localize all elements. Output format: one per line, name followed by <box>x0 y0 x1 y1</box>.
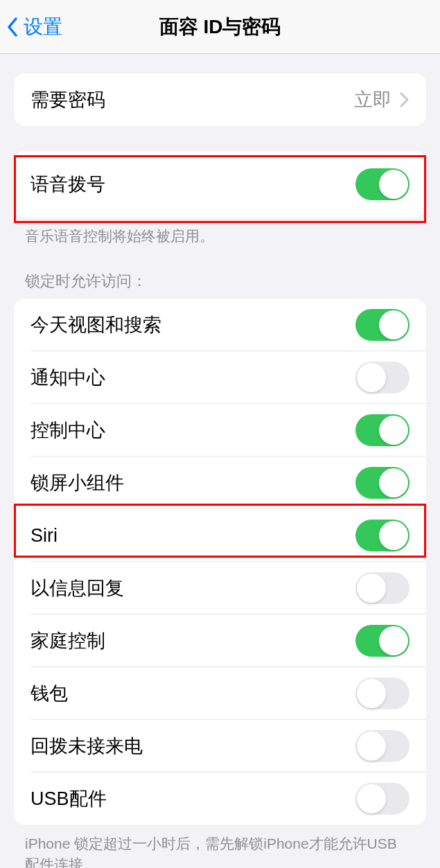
lock-access-item-toggle[interactable] <box>355 783 410 815</box>
lock-access-item-toggle[interactable] <box>355 362 410 393</box>
lock-access-row: Siri <box>14 509 426 562</box>
lock-access-item-toggle[interactable] <box>355 677 410 709</box>
voice-dial-row: 语音拨号 <box>14 151 426 218</box>
lock-access-item-toggle[interactable] <box>355 572 410 604</box>
lock-access-item-label: 锁屏小组件 <box>30 470 124 495</box>
lock-access-item-toggle[interactable] <box>355 520 410 551</box>
lock-access-item-label: Siri <box>30 525 58 547</box>
back-button[interactable]: 设置 <box>7 14 62 40</box>
lock-access-row: 今天视图和搜索 <box>14 299 426 351</box>
lock-access-item-label: 家庭控制 <box>30 628 105 653</box>
lock-access-item-label: USB配件 <box>30 786 107 811</box>
lock-access-item-label: 以信息回复 <box>30 576 124 601</box>
lock-access-row: USB配件 <box>14 772 426 825</box>
lock-access-row: 控制中心 <box>14 404 426 457</box>
back-label: 设置 <box>24 14 62 40</box>
lock-access-item-label: 今天视图和搜索 <box>30 312 161 337</box>
lock-access-row: 回拨未接来电 <box>14 720 426 772</box>
lock-access-item-toggle[interactable] <box>355 467 410 499</box>
require-passcode-label: 需要密码 <box>30 87 105 112</box>
lock-access-item-label: 控制中心 <box>30 418 105 443</box>
lock-access-header: 锁定时允许访问： <box>0 271 440 299</box>
lock-access-row: 通知中心 <box>14 351 426 404</box>
lock-access-item-toggle[interactable] <box>355 625 410 657</box>
lock-access-footer: iPhone 锁定超过一小时后，需先解锁iPhone才能允许USB 配件连接。 <box>0 825 440 868</box>
require-passcode-value: 立即 <box>354 87 391 112</box>
voice-dial-toggle[interactable] <box>355 168 410 200</box>
lock-access-item-toggle[interactable] <box>355 730 410 762</box>
voice-dial-footer: 音乐语音控制将始终被启用。 <box>0 218 440 246</box>
require-passcode-row[interactable]: 需要密码 立即 <box>14 73 426 126</box>
lock-access-item-toggle[interactable] <box>355 309 410 341</box>
lock-access-item-label: 回拨未接来电 <box>30 734 143 759</box>
lock-access-row: 钱包 <box>14 667 426 720</box>
lock-access-row: 锁屏小组件 <box>14 457 426 509</box>
chevron-right-icon <box>400 92 410 107</box>
lock-access-row: 家庭控制 <box>14 614 426 667</box>
voice-dial-label: 语音拨号 <box>30 172 105 197</box>
page-title: 面容 ID与密码 <box>159 14 281 40</box>
lock-access-row: 以信息回复 <box>14 562 426 614</box>
nav-header: 设置 面容 ID与密码 <box>0 0 440 54</box>
lock-access-item-label: 钱包 <box>30 681 68 706</box>
chevron-left-icon <box>7 17 18 37</box>
lock-access-item-label: 通知中心 <box>30 365 105 390</box>
lock-access-item-toggle[interactable] <box>355 414 410 446</box>
